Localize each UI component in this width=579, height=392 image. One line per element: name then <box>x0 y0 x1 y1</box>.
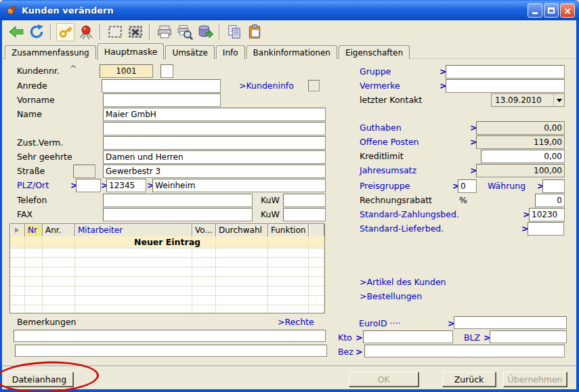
anrede-input[interactable] <box>102 79 221 93</box>
preisgruppe-label[interactable]: Preisgruppe <box>360 181 410 191</box>
maximize-button[interactable] <box>544 3 559 18</box>
vermerke-label[interactable]: Vermerke <box>360 81 400 91</box>
row-marker-header[interactable] <box>10 224 25 236</box>
guthaben-label[interactable]: Guthaben <box>360 123 402 133</box>
bestellungen-link[interactable]: >Bestellungen <box>360 291 422 301</box>
dateianhang-button[interactable]: Dateianhang <box>5 372 73 387</box>
copy-button[interactable] <box>225 23 243 41</box>
table-row[interactable] <box>10 286 324 296</box>
preisgruppe-input[interactable] <box>458 179 477 193</box>
plz-input[interactable] <box>106 179 146 192</box>
offene-posten-label[interactable]: Offene Posten <box>360 137 419 147</box>
zustverm-input[interactable] <box>103 136 326 150</box>
new-entry-row[interactable]: Neuer Eintrag <box>10 236 324 248</box>
table-cell <box>216 248 268 257</box>
bemerkungen-input-2[interactable] <box>15 345 327 357</box>
table-row[interactable] <box>10 277 324 286</box>
tab-umsaetze[interactable]: Umsätze <box>165 45 214 59</box>
close-button[interactable]: × <box>560 3 575 18</box>
table-cell <box>25 258 43 267</box>
table-row[interactable] <box>10 305 324 313</box>
selection-button[interactable] <box>106 23 124 41</box>
telefon-kuw-input[interactable] <box>283 194 326 207</box>
std-lieferbed-label[interactable]: Standard-Lieferbed. <box>360 223 444 234</box>
toolbar <box>2 21 576 43</box>
table-row[interactable] <box>10 296 324 305</box>
vorname-input[interactable] <box>103 93 221 107</box>
back-button[interactable] <box>7 23 25 41</box>
kreditlimit-input[interactable] <box>481 150 565 163</box>
kto-label[interactable]: Kto <box>338 332 352 343</box>
kto-input[interactable] <box>363 330 453 343</box>
tab-eigenschaften[interactable]: Eigenschaften <box>339 45 410 59</box>
bemerkungen-input-1[interactable] <box>14 330 326 342</box>
paste-button[interactable] <box>245 23 263 41</box>
print-button[interactable] <box>155 23 173 41</box>
tab-bankinformationen[interactable]: Bankinformationen <box>246 45 337 59</box>
clear-selection-button[interactable] <box>126 23 144 41</box>
kundeninfo-link[interactable]: >Kundeninfo <box>239 81 294 91</box>
table-cell <box>309 258 324 267</box>
key-button[interactable] <box>56 23 74 41</box>
header-nr[interactable]: Nr <box>25 224 43 236</box>
refresh-button[interactable] <box>27 23 45 41</box>
uebernehmen-button[interactable]: Übernehmen <box>503 372 567 387</box>
ok-button[interactable]: OK <box>349 372 419 387</box>
bez-label[interactable]: Bez <box>338 347 353 357</box>
sehr-geehrte-input[interactable] <box>103 150 326 164</box>
std-zahlungsbed-input[interactable] <box>529 208 565 221</box>
header-durchwahl[interactable]: Durchwahl <box>216 224 268 236</box>
rechte-link[interactable]: >Rechte <box>278 317 314 327</box>
tab-info[interactable]: Info <box>216 45 245 59</box>
table-row[interactable] <box>10 248 324 258</box>
zurueck-button[interactable]: Zurück <box>442 372 496 387</box>
jahresumsatz-label[interactable]: Jahresumsatz <box>360 165 416 175</box>
date-dropdown-button[interactable] <box>553 94 564 106</box>
tab-zusammenfassung[interactable]: Zusammenfassung <box>5 45 96 59</box>
strasse-input[interactable] <box>103 165 326 178</box>
header-mitarbeiter[interactable]: Mitarbeiter <box>75 224 192 236</box>
std-lieferbed-input[interactable] <box>528 222 564 236</box>
artikel-des-kunden-link[interactable]: >Artikel des Kunden <box>360 277 446 287</box>
plz-ort-label[interactable]: PLZ/Ort <box>17 180 49 190</box>
bez-arrow[interactable]: > <box>356 347 362 357</box>
table-row[interactable] <box>10 258 324 267</box>
vermerke-input[interactable] <box>446 79 565 93</box>
minimize-button[interactable] <box>528 3 542 18</box>
table-cell <box>10 267 25 276</box>
gruppe-input[interactable] <box>446 65 565 79</box>
header-funktion[interactable]: Funktion <box>268 224 309 236</box>
gruppe-label[interactable]: Gruppe <box>360 66 391 77</box>
telefon-input[interactable] <box>103 194 253 207</box>
kundeninfo-box[interactable] <box>308 80 320 91</box>
name2-input[interactable] <box>103 122 326 135</box>
bez-input[interactable] <box>364 345 565 357</box>
strasse-box[interactable] <box>73 165 95 178</box>
print-preview-button[interactable] <box>175 23 194 41</box>
euroid-input[interactable] <box>454 316 567 329</box>
header-vorwahl[interactable]: Vo... <box>192 224 216 236</box>
blz-label[interactable]: BLZ <box>464 332 480 343</box>
table-cell <box>43 277 75 286</box>
fax-input[interactable] <box>103 208 253 221</box>
letzter-kontakt-dropdown[interactable]: 13.09.2010 <box>491 93 565 107</box>
pin-button[interactable] <box>77 23 95 41</box>
waehrung-label[interactable]: Währung <box>488 181 526 191</box>
ort-input[interactable] <box>152 179 326 192</box>
table-row[interactable] <box>10 267 324 277</box>
waehrung-input[interactable] <box>542 179 565 193</box>
database-export-button[interactable] <box>196 23 214 41</box>
kundennr-extra-input[interactable] <box>160 64 173 78</box>
fax-kuw-input[interactable] <box>283 208 326 221</box>
header-anr[interactable]: Anr. <box>43 224 75 236</box>
kto-arrow[interactable]: > <box>356 332 362 343</box>
name-input[interactable] <box>103 108 326 121</box>
std-zahlungsbed-label[interactable]: Standard-Zahlungsbed. <box>360 209 459 219</box>
tab-hauptmaske[interactable]: Hauptmaske <box>98 43 165 60</box>
rechnungsrabatt-input[interactable] <box>535 194 565 207</box>
euroid-label[interactable]: EuroID ···· <box>359 318 401 328</box>
plz-prefix-input[interactable] <box>76 179 101 192</box>
selection-icon <box>107 24 123 40</box>
kundennr-input[interactable] <box>100 64 153 78</box>
blz-input[interactable] <box>490 330 567 343</box>
